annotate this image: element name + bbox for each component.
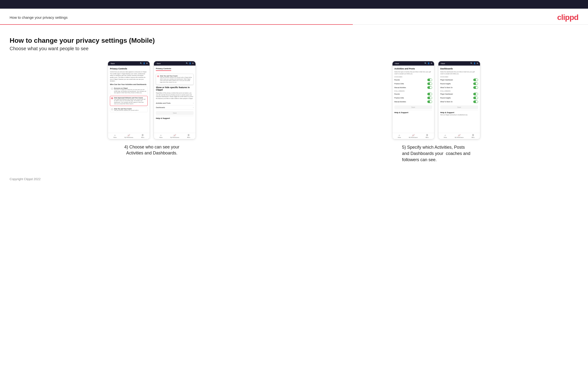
back-button-4[interactable]: ‹ Back [440, 63, 445, 64]
rounds-followers-toggle[interactable] [427, 93, 432, 95]
nav-performance-1[interactable]: 📈 My Performance [122, 134, 136, 138]
profile-icon-3[interactable]: 👤 [428, 62, 430, 64]
round-insights-coaches-toggle[interactable] [473, 82, 478, 85]
settings-icon-3[interactable]: ⚙ [431, 62, 432, 64]
practice-coaches-toggle[interactable] [427, 82, 432, 85]
practice-followers-label: Practice Drills [394, 97, 404, 99]
profile-icon-2[interactable]: 👤 [189, 62, 191, 64]
menu-icon-1: ☰ [142, 134, 144, 136]
phone-topbar-2: ‹ Back 🔍 👤 ⚙ [154, 61, 196, 66]
save-button-2[interactable]: Save [156, 111, 194, 115]
radio-desc-only-you: Only you and the coaches you connect wit… [114, 109, 138, 111]
nav-home-4[interactable]: ⌂ Home [438, 134, 452, 138]
search-icon-3[interactable]: 🔍 [424, 62, 427, 64]
what-to-work-coaches-label: What To Work On [440, 87, 453, 88]
toggle-practice-followers: Practice Drills [394, 96, 432, 100]
nav-home-3[interactable]: ⌂ Home [392, 134, 406, 138]
toggle-what-to-work-followers: What To Work On [440, 100, 478, 103]
screenshots-row: ‹ Back 🔍 👤 ⚙ Privacy Controls Control ho… [10, 61, 578, 163]
section-title-1: Privacy Controls [110, 67, 148, 70]
menu-dashboards[interactable]: Dashboards › [156, 105, 194, 110]
phone-bottombar-1: ⌂ Home 📈 My Performance ☰ Menu [108, 133, 150, 139]
nav-performance-2[interactable]: 📈 My Performance [168, 134, 182, 138]
settings-icon-1[interactable]: ⚙ [146, 62, 148, 64]
breadcrumb: How to change your privacy settings [10, 15, 68, 19]
menu-label-1: Menu [141, 137, 144, 138]
nav-menu-1[interactable]: ☰ Menu [136, 134, 150, 138]
save-button-4[interactable]: Save [440, 105, 478, 109]
radio-option-approved[interactable]: Only Approved Followers and Your Coach O… [110, 96, 148, 106]
player-dashboard-followers-toggle[interactable] [473, 93, 478, 95]
screenshot-group-2: ‹ Back 🔍 👤 ⚙ Activities and Posts Select… [294, 61, 579, 163]
player-dashboard-coaches-label: Player Dashboard [440, 79, 453, 81]
phone-screen-1: ‹ Back 🔍 👤 ⚙ Privacy Controls Control ho… [108, 61, 150, 139]
phone-topbar-4: ‹ Back 🔍 👤 ⚙ [438, 61, 480, 66]
phone-bottombar-2: ⌂ Home 📈 My Performance ☰ Menu [154, 133, 196, 139]
nav-menu-3[interactable]: ☰ Menu [420, 134, 434, 138]
player-dashboard-followers-label: Player Dashboard [440, 93, 453, 95]
nav-performance-4[interactable]: 📈 My Performance [452, 134, 466, 138]
performance-label-2: My Performance [170, 137, 179, 138]
home-icon-4: ⌂ [445, 134, 446, 136]
back-button-1[interactable]: ‹ Back [110, 63, 115, 64]
profile-icon-1[interactable]: 👤 [143, 62, 145, 64]
phone-screen-3: ‹ Back 🔍 👤 ⚙ Activities and Posts Select… [392, 61, 434, 139]
help-title-3: Help & Support [394, 111, 432, 114]
nav-menu-2[interactable]: ☰ Menu [182, 134, 196, 138]
performance-label-1: My Performance [124, 137, 133, 138]
top-bar [0, 0, 588, 9]
back-button-3[interactable]: ‹ Back [394, 63, 399, 64]
tab-label-2: Privacy Controls [156, 67, 171, 70]
manual-followers-toggle[interactable] [427, 100, 432, 103]
screenshot-pair-1: ‹ Back 🔍 👤 ⚙ Privacy Controls Control ho… [108, 61, 196, 139]
copyright: Copyright Clippd 2022 [10, 177, 578, 181]
profile-icon-4[interactable]: 👤 [474, 62, 476, 64]
radio-option-only-you[interactable]: Only You and Your Coach Only you and the… [110, 107, 148, 112]
toggle-what-to-work-coaches: What To Work On [440, 86, 478, 89]
subsection-label-1: Who Can See Your Activities and Dashboar… [110, 83, 148, 85]
caption-5: 5) Specify which Activities, Postsand Da… [402, 144, 470, 163]
radio-dot-approved [111, 97, 113, 99]
nav-menu-4[interactable]: ☰ Menu [466, 134, 480, 138]
performance-icon-2: 📈 [173, 134, 176, 136]
practice-followers-toggle[interactable] [427, 97, 432, 99]
help-section-3: Help & Support [394, 110, 432, 114]
phone-content-4: Dashboards Select the dashboards that yo… [438, 66, 480, 133]
screenshot-pair-2: ‹ Back 🔍 👤 ⚙ Activities and Posts Select… [392, 61, 480, 139]
search-icon-4[interactable]: 🔍 [470, 62, 473, 64]
rounds-coaches-toggle[interactable] [427, 79, 432, 81]
privacy-tab-2[interactable]: Privacy Controls [156, 67, 171, 71]
help-title-4: Help & Support [440, 111, 478, 114]
menu-activities[interactable]: Activities and Posts › [156, 101, 194, 105]
nav-home-1[interactable]: ⌂ Home [108, 134, 122, 138]
round-insights-followers-toggle[interactable] [473, 97, 478, 99]
radio-option-everyone[interactable]: Everyone on Clippd Everyone on Clippd ca… [110, 86, 148, 95]
menu-activities-label: Activities and Posts [156, 102, 171, 104]
nav-performance-3[interactable]: 📈 My Performance [406, 134, 420, 138]
menu-icon-2: ☰ [188, 134, 190, 136]
caption-4: 4) Choose who can see your Activities an… [116, 144, 188, 156]
back-button-2[interactable]: ‹ Back [156, 63, 161, 64]
manual-coaches-toggle[interactable] [427, 86, 432, 89]
phone-screen-2: ‹ Back 🔍 👤 ⚙ Privacy Controls [154, 61, 196, 139]
chevron-activities: › [193, 102, 194, 104]
radio-desc-approved: Only approved followers and coaches you … [114, 99, 147, 105]
search-icon-2[interactable]: 🔍 [186, 62, 188, 64]
what-to-work-followers-label: What To Work On [440, 101, 453, 103]
player-dashboard-coaches-toggle[interactable] [473, 79, 478, 81]
toggle-rounds-coaches: Rounds [394, 78, 432, 81]
help-body-4: Visit our Clippd community to troublesho… [440, 114, 478, 116]
performance-icon-1: 📈 [128, 134, 130, 136]
nav-home-2[interactable]: ⌂ Home [154, 134, 168, 138]
settings-icon-4[interactable]: ⚙ [477, 62, 478, 64]
logo: clippd [557, 13, 578, 22]
what-to-work-coaches-toggle[interactable] [473, 86, 478, 89]
menu-dashboards-label: Dashboards [156, 107, 165, 108]
search-icon-1[interactable]: 🔍 [140, 62, 142, 64]
performance-label-3: My Performance [409, 137, 418, 138]
toggle-rounds-followers: Rounds [394, 92, 432, 96]
settings-icon-2[interactable]: ⚙ [192, 62, 194, 64]
what-to-work-followers-toggle[interactable] [473, 100, 478, 103]
save-button-3[interactable]: Save [394, 105, 432, 109]
page-subheading: Choose what you want people to see [10, 46, 578, 51]
